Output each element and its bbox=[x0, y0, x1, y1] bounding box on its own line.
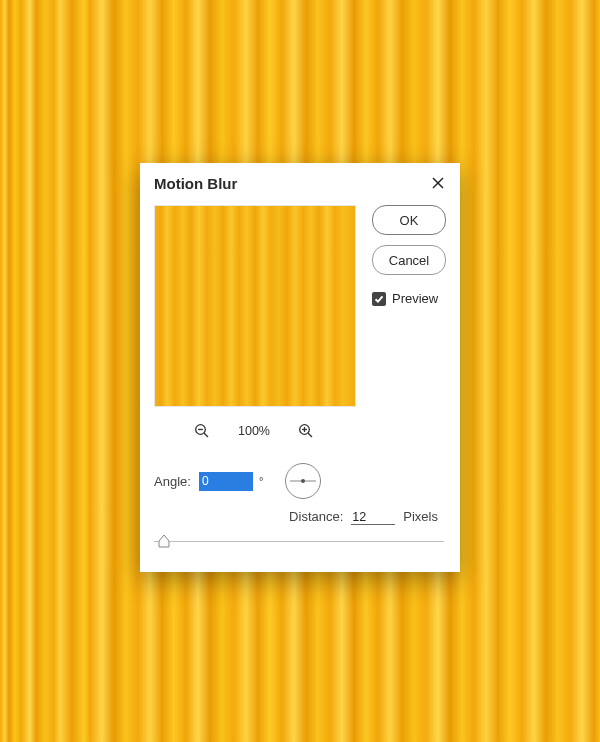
svg-rect-3 bbox=[155, 206, 355, 406]
distance-unit: Pixels bbox=[403, 509, 438, 524]
angle-input[interactable]: 0 bbox=[199, 472, 253, 491]
ok-button[interactable]: OK bbox=[372, 205, 446, 235]
close-icon[interactable] bbox=[430, 175, 446, 191]
checkbox-checked-icon bbox=[372, 292, 386, 306]
degree-symbol: ° bbox=[259, 475, 263, 487]
zoom-out-icon[interactable] bbox=[194, 423, 210, 439]
zoom-percent: 100% bbox=[238, 424, 270, 438]
angle-dial[interactable] bbox=[285, 463, 321, 499]
dialog-titlebar: Motion Blur bbox=[140, 163, 460, 203]
filter-preview[interactable] bbox=[154, 205, 356, 407]
motion-blur-dialog: Motion Blur OK bbox=[140, 163, 460, 572]
svg-line-8 bbox=[308, 433, 312, 437]
distance-label: Distance: bbox=[289, 509, 343, 524]
dialog-title: Motion Blur bbox=[154, 175, 237, 192]
cancel-button[interactable]: Cancel bbox=[372, 245, 446, 275]
slider-thumb-icon[interactable] bbox=[158, 534, 170, 548]
distance-slider[interactable] bbox=[154, 535, 444, 557]
preview-toggle[interactable]: Preview bbox=[372, 291, 446, 306]
angle-label: Angle: bbox=[154, 474, 191, 489]
zoom-in-icon[interactable] bbox=[298, 423, 314, 439]
preview-label: Preview bbox=[392, 291, 438, 306]
distance-input[interactable]: 12 bbox=[351, 510, 395, 525]
svg-line-5 bbox=[204, 433, 208, 437]
